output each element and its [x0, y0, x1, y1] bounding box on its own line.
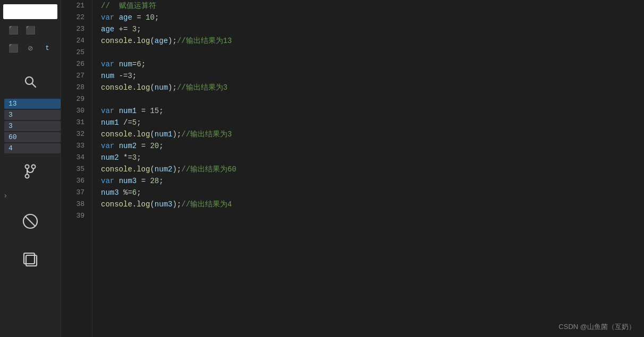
- chevron-right[interactable]: ›: [0, 188, 61, 200]
- code-line: var num3 = 28;: [101, 175, 644, 187]
- output-value-4[interactable]: 4: [4, 143, 61, 153]
- no-symbol-icon[interactable]: ⊘: [23, 41, 37, 55]
- output-value-13[interactable]: 13: [4, 99, 61, 109]
- code-line: [101, 210, 644, 222]
- frame-icon[interactable]: [21, 250, 40, 269]
- line-number: 36: [61, 175, 84, 187]
- output-value-3b[interactable]: 3: [4, 121, 61, 131]
- code-line: console.log(num3);//输出结果为4: [101, 198, 644, 210]
- code-line: num2 *=3;: [101, 152, 644, 163]
- code-line: age += 3;: [101, 23, 644, 35]
- output-values: 13 3 3 60 4: [0, 99, 61, 153]
- code-line: num -=3;: [101, 70, 644, 82]
- svg-point-2: [26, 165, 29, 169]
- output-value-3a[interactable]: 3: [4, 110, 61, 120]
- code-line: var age = 10;: [101, 12, 644, 23]
- line-number: 21: [61, 0, 84, 12]
- code-line: num1 /=5;: [101, 117, 644, 128]
- line-numbers: 21222324252627282930313233343536373839: [61, 0, 92, 337]
- svg-point-4: [32, 165, 36, 169]
- code-line: [101, 93, 644, 105]
- svg-line-1: [32, 84, 36, 88]
- tab-icon-1[interactable]: ⬛: [6, 23, 20, 37]
- line-number: 34: [61, 152, 84, 163]
- code-line: console.log(num1);//输出结果为3: [101, 128, 644, 140]
- line-number: 33: [61, 140, 84, 152]
- code-line: var num=6;: [101, 58, 644, 70]
- line-number: 35: [61, 163, 84, 175]
- line-number: 24: [61, 35, 84, 47]
- white-bar: [3, 4, 57, 19]
- tab-label: t: [40, 41, 54, 55]
- line-number: 38: [61, 198, 84, 210]
- svg-point-3: [26, 175, 29, 178]
- line-number: 25: [61, 47, 84, 58]
- left-sidebar: ⬛ ⬛ ⬛ ⊘ t 13 3 3 60 4: [0, 0, 61, 337]
- panel-icon-1[interactable]: ⬛: [6, 41, 20, 55]
- line-number: 26: [61, 58, 84, 70]
- line-number: 28: [61, 82, 84, 93]
- blocked-icon[interactable]: [21, 212, 40, 231]
- output-value-60[interactable]: 60: [4, 132, 61, 142]
- code-lines: // 赋值运算符var age = 10;age += 3;console.lo…: [92, 0, 644, 337]
- line-number: 30: [61, 105, 84, 117]
- line-number: 22: [61, 12, 84, 23]
- code-line: console.log(age);//输出结果为13: [101, 35, 644, 47]
- code-line: // 赋值运算符: [101, 0, 644, 12]
- code-line: console.log(num);//输出结果为3: [101, 82, 644, 93]
- line-number: 29: [61, 93, 84, 105]
- code-editor: 21222324252627282930313233343536373839 /…: [61, 0, 644, 337]
- line-number: 32: [61, 128, 84, 140]
- search-icon[interactable]: [21, 72, 40, 91]
- code-line: var num1 = 15;: [101, 105, 644, 117]
- code-line: [101, 47, 644, 58]
- code-line: console.log(num2);//输出结果为60: [101, 163, 644, 175]
- line-number: 39: [61, 210, 84, 222]
- line-number: 23: [61, 23, 84, 35]
- code-line: num3 %=6;: [101, 187, 644, 198]
- source-control-icon[interactable]: [21, 162, 40, 181]
- watermark: CSDN @山鱼菌（互奶）: [558, 322, 635, 332]
- line-number: 27: [61, 70, 84, 82]
- tab-icon-2[interactable]: ⬛: [23, 23, 37, 37]
- line-number: 37: [61, 187, 84, 198]
- code-line: var num2 = 20;: [101, 140, 644, 152]
- line-number: 31: [61, 117, 84, 128]
